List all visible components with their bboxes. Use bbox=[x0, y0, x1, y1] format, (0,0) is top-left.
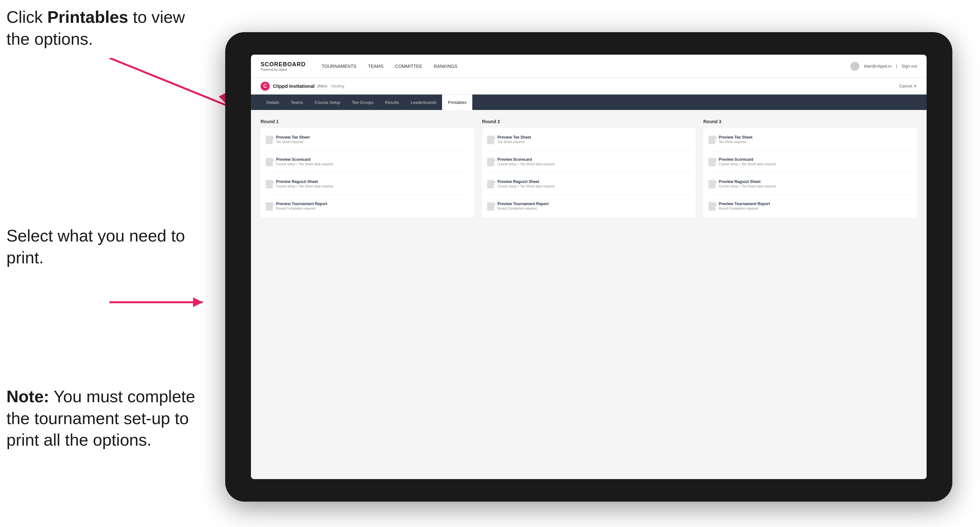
arrow-middle bbox=[110, 286, 206, 318]
round-3-title: Round 3 bbox=[703, 119, 917, 124]
sign-out-link[interactable]: Sign out bbox=[902, 63, 917, 68]
round-2-section: Round 2 Preview Tee Sheet Tee Sheet requ… bbox=[482, 119, 695, 217]
brand-sub: Powered by clippd bbox=[261, 68, 305, 71]
round-2-title: Round 2 bbox=[482, 119, 695, 124]
nav-rankings[interactable]: RANKINGS bbox=[434, 62, 457, 70]
r2-scorecard-icon bbox=[487, 158, 494, 166]
tab-bar: Details Teams Course Setup Tee Groups Re… bbox=[251, 95, 927, 110]
r3-divider-2 bbox=[708, 173, 912, 173]
tab-results[interactable]: Results bbox=[379, 95, 405, 110]
r1-report-title: Preview Tournament Report bbox=[276, 202, 327, 206]
r1-tee-sheet-icon bbox=[266, 136, 273, 144]
r3-scorecard-title: Preview Scorecard bbox=[719, 157, 776, 162]
main-content: Round 1 Preview Tee Sheet Tee Sheet requ… bbox=[251, 110, 927, 479]
r2-raguzzi-icon bbox=[487, 180, 494, 189]
r3-tournament-report[interactable]: Preview Tournament Report Round Completi… bbox=[708, 200, 912, 212]
svg-line-0 bbox=[110, 58, 228, 106]
r1-tee-sheet[interactable]: Preview Tee Sheet Tee Sheet required bbox=[266, 134, 469, 145]
round-3-card: Preview Tee Sheet Tee Sheet required Pre… bbox=[703, 128, 917, 217]
r1-divider-1 bbox=[266, 151, 469, 151]
r2-tournament-report[interactable]: Preview Tournament Report Round Completi… bbox=[487, 200, 690, 212]
arrow-top bbox=[110, 58, 228, 110]
r1-raguzzi-icon bbox=[266, 180, 273, 189]
r2-divider-1 bbox=[487, 151, 690, 151]
r2-divider-3 bbox=[487, 195, 690, 195]
cancel-button[interactable]: Cancel ✕ bbox=[899, 84, 917, 89]
r3-raguzzi-title: Preview Raguzzi Sheet bbox=[719, 179, 776, 184]
r1-scorecard[interactable]: Preview Scorecard Course setup + Tee She… bbox=[266, 156, 469, 168]
round-1-section: Round 1 Preview Tee Sheet Tee Sheet requ… bbox=[261, 119, 474, 217]
r2-tee-sheet-icon bbox=[487, 136, 494, 144]
tab-tee-groups[interactable]: Tee Groups bbox=[346, 95, 379, 110]
tab-leaderboards[interactable]: Leaderboards bbox=[405, 95, 442, 110]
r2-report-subtitle: Round Completion required bbox=[497, 207, 549, 210]
r1-raguzzi[interactable]: Preview Raguzzi Sheet Course setup + Tee… bbox=[266, 178, 469, 190]
nav-links: TOURNAMENTS TEAMS COMMITTEE RANKINGS bbox=[322, 62, 850, 70]
round-1-title: Round 1 bbox=[261, 119, 474, 124]
svg-marker-3 bbox=[193, 297, 203, 307]
round-3-section: Round 3 Preview Tee Sheet Tee Sheet requ… bbox=[703, 119, 917, 217]
r1-tournament-report[interactable]: Preview Tournament Report Round Completi… bbox=[266, 200, 469, 212]
note-label: Note: bbox=[6, 387, 49, 406]
r3-tee-sheet-subtitle: Tee Sheet required bbox=[719, 140, 752, 144]
r3-tee-sheet[interactable]: Preview Tee Sheet Tee Sheet required bbox=[708, 134, 912, 145]
separator: | bbox=[896, 63, 897, 68]
tab-details[interactable]: Details bbox=[261, 95, 285, 110]
brand-title: SCOREBOARD bbox=[261, 61, 305, 68]
r2-scorecard-title: Preview Scorecard bbox=[497, 157, 554, 162]
top-nav: SCOREBOARD Powered by clippd TOURNAMENTS… bbox=[251, 55, 927, 78]
r2-scorecard-subtitle: Course setup + Tee Sheet data required bbox=[497, 162, 554, 166]
r1-tee-sheet-subtitle: Tee Sheet required bbox=[276, 140, 310, 144]
tab-course-setup[interactable]: Course Setup bbox=[309, 95, 346, 110]
r2-raguzzi[interactable]: Preview Raguzzi Sheet Course setup + Tee… bbox=[487, 178, 690, 190]
r1-report-subtitle: Round Completion required bbox=[276, 207, 327, 210]
r3-divider-1 bbox=[708, 151, 912, 151]
nav-right: blair@clippd.io | Sign out bbox=[850, 62, 917, 71]
tab-printables[interactable]: Printables bbox=[442, 95, 472, 110]
tournament-logo: C bbox=[261, 82, 270, 90]
r1-report-icon bbox=[266, 202, 273, 211]
rounds-grid: Round 1 Preview Tee Sheet Tee Sheet requ… bbox=[261, 119, 917, 217]
r2-raguzzi-subtitle: Course setup + Tee Sheet data required bbox=[497, 184, 554, 188]
r3-tee-sheet-icon bbox=[708, 136, 716, 144]
r1-tee-sheet-title: Preview Tee Sheet bbox=[276, 135, 310, 140]
r3-raguzzi-subtitle: Course setup + Tee Sheet data required bbox=[719, 184, 776, 188]
r3-report-title: Preview Tournament Report bbox=[719, 202, 770, 206]
r3-raguzzi[interactable]: Preview Raguzzi Sheet Course setup + Tee… bbox=[708, 178, 912, 190]
r2-divider-2 bbox=[487, 173, 690, 173]
tournament-status: Hosting bbox=[331, 84, 344, 89]
r1-scorecard-subtitle: Course setup + Tee Sheet data required bbox=[276, 162, 333, 166]
annotation-top: Click Printables to view the options. bbox=[6, 6, 193, 50]
sub-nav: C Clippd Invitational (Men) Hosting Canc… bbox=[251, 78, 927, 95]
round-2-card: Preview Tee Sheet Tee Sheet required Pre… bbox=[482, 128, 695, 217]
r3-divider-3 bbox=[708, 195, 912, 195]
r2-tee-sheet-title: Preview Tee Sheet bbox=[497, 135, 531, 140]
r2-raguzzi-title: Preview Raguzzi Sheet bbox=[497, 179, 554, 184]
r3-raguzzi-icon bbox=[708, 180, 716, 189]
r3-scorecard[interactable]: Preview Scorecard Course setup + Tee She… bbox=[708, 156, 912, 168]
r1-scorecard-icon bbox=[266, 158, 273, 166]
r1-raguzzi-subtitle: Course setup + Tee Sheet data required bbox=[276, 184, 333, 188]
r1-raguzzi-title: Preview Raguzzi Sheet bbox=[276, 179, 333, 184]
round-1-card: Preview Tee Sheet Tee Sheet required Pre… bbox=[261, 128, 474, 217]
r3-scorecard-icon bbox=[708, 158, 716, 166]
r2-scorecard[interactable]: Preview Scorecard Course setup + Tee She… bbox=[487, 156, 690, 168]
tournament-name: Clippd Invitational bbox=[273, 83, 315, 89]
annotation-bottom: Note: You must complete the tournament s… bbox=[6, 386, 206, 451]
nav-teams[interactable]: TEAMS bbox=[368, 62, 383, 70]
tab-teams[interactable]: Teams bbox=[285, 95, 309, 110]
annotation-middle: Select what you need to print. bbox=[6, 225, 193, 268]
printables-bold: Printables bbox=[47, 8, 128, 26]
nav-tournaments[interactable]: TOURNAMENTS bbox=[322, 62, 356, 70]
user-avatar bbox=[850, 62, 859, 71]
r3-tee-sheet-title: Preview Tee Sheet bbox=[719, 135, 752, 140]
r2-tee-sheet[interactable]: Preview Tee Sheet Tee Sheet required bbox=[487, 134, 690, 145]
nav-committee[interactable]: COMMITTEE bbox=[395, 62, 422, 70]
r3-scorecard-subtitle: Course setup + Tee Sheet data required bbox=[719, 162, 776, 166]
user-email: blair@clippd.io bbox=[864, 63, 891, 68]
r2-report-title: Preview Tournament Report bbox=[497, 202, 549, 206]
r1-scorecard-title: Preview Scorecard bbox=[276, 157, 333, 162]
r1-divider-3 bbox=[266, 195, 469, 195]
r2-tee-sheet-subtitle: Tee Sheet required bbox=[497, 140, 531, 144]
tablet-device: SCOREBOARD Powered by clippd TOURNAMENTS… bbox=[225, 32, 952, 502]
